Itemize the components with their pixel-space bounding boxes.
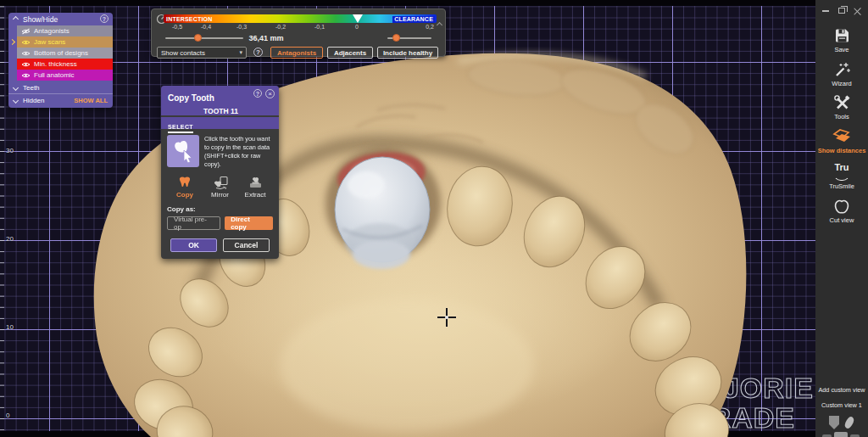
antagonists-toggle-button[interactable]: Antagonists	[270, 47, 323, 59]
adjacents-toggle-button[interactable]: Adjacents	[327, 47, 373, 59]
eye-icon[interactable]	[21, 39, 31, 46]
expand-icon	[13, 85, 19, 91]
application-window: 30 20 10 0 MARJORIE ANDRADE	[0, 0, 868, 437]
copy-as-label: Copy as:	[167, 205, 273, 213]
ok-button[interactable]: OK	[170, 238, 217, 252]
cut-view-icon	[832, 198, 851, 215]
copy-tooth-dialog: Copy Tooth ? × TOOTH 11 SELECT Click the…	[161, 86, 279, 259]
dropdown-value: Show contacts	[161, 49, 205, 57]
layer-min-thickness[interactable]: Min. thickness	[17, 59, 113, 70]
add-custom-view-button[interactable]: Add custom view	[815, 386, 868, 394]
clearance-slider-handle[interactable]	[392, 34, 400, 42]
save-icon	[833, 27, 850, 44]
right-sidebar: Save Wizard Tools	[815, 0, 868, 437]
minimize-icon[interactable]	[822, 10, 829, 12]
mirror-tooth-icon	[213, 176, 228, 189]
distance-value: 36,41 mm	[235, 34, 298, 42]
panel-title: Show/Hide	[23, 15, 58, 24]
help-icon[interactable]: ?	[100, 14, 108, 23]
dialog-tabs: SELECT	[161, 117, 279, 129]
tab-select[interactable]: SELECT	[168, 124, 193, 133]
sidebar-item-label: Show distances	[818, 147, 866, 154]
sidebar-item-label: Cut view	[830, 216, 854, 224]
copy-tooth-icon	[177, 176, 192, 189]
collapse-toolbar-icon[interactable]	[437, 22, 442, 28]
colorbar-marker-icon[interactable]	[353, 14, 363, 23]
sidebar-item-label: Save	[834, 46, 849, 53]
layer-antagonists[interactable]: Antagonists	[17, 25, 113, 36]
sidebar-item-label: Tools	[834, 113, 849, 120]
extract-tooth-icon	[248, 176, 263, 189]
mode-label: Mirror	[211, 191, 229, 199]
chevron-down-icon: ▾	[239, 49, 242, 56]
eye-icon[interactable]	[21, 50, 31, 57]
eye-off-icon[interactable]	[21, 28, 31, 35]
window-controls	[815, 7, 868, 14]
tooth-label: TOOTH 11	[168, 107, 274, 115]
colorbar-tick: -0,4	[201, 24, 211, 30]
eye-icon[interactable]	[21, 61, 31, 68]
include-healthy-toggle-button[interactable]: Include healthy	[377, 47, 438, 59]
group-teeth[interactable]: Teeth	[8, 82, 113, 94]
mode-extract[interactable]: Extract	[241, 176, 270, 199]
sidebar-item-tools[interactable]: Tools	[815, 94, 868, 120]
dialog-instruction: Click the tooth you want to copy in the …	[204, 135, 273, 168]
show-contacts-dropdown[interactable]: Show contacts ▾	[157, 47, 247, 59]
sidebar-item-trusmile[interactable]: Tru TruSmile	[815, 162, 868, 190]
viewport-3d[interactable]: 30 20 10 0 MARJORIE ANDRADE	[0, 0, 815, 437]
colorbar-tick: -0,1	[314, 24, 325, 30]
intersection-slider-handle[interactable]	[194, 34, 202, 42]
restore-icon[interactable]	[838, 8, 845, 14]
colorbar-tick: -0,2	[275, 24, 286, 30]
clearance-label: CLEARANCE	[392, 16, 435, 23]
selected-marker-icon	[9, 39, 15, 45]
eye-icon[interactable]	[21, 72, 31, 79]
dialog-header[interactable]: Copy Tooth ? × TOOTH 11	[161, 86, 279, 115]
group-hidden[interactable]: Hidden SHOW ALL	[8, 94, 113, 106]
layer-label: Jaw scans	[34, 38, 65, 46]
sidebar-item-label: TruSmile	[829, 182, 854, 190]
mode-copy[interactable]: Copy	[170, 176, 199, 199]
colorbar-tick: 0	[355, 24, 359, 30]
trusmile-icon: Tru	[829, 162, 854, 181]
help-icon[interactable]: ?	[253, 48, 263, 57]
crosshair-cursor	[437, 308, 456, 327]
cancel-button[interactable]: Cancel	[223, 238, 270, 252]
help-icon[interactable]: ?	[253, 89, 262, 98]
layer-label: Full anatomic	[34, 71, 75, 79]
layer-label: Min. thickness	[34, 60, 77, 68]
layer-full-anatomic[interactable]: Full anatomic	[17, 70, 113, 81]
mode-label: Extract	[245, 191, 266, 199]
expand-icon	[13, 97, 19, 103]
show-all-button[interactable]: SHOW ALL	[74, 97, 108, 104]
mode-label: Copy	[176, 191, 193, 199]
custom-view-1-button[interactable]: Custom view 1	[815, 401, 868, 409]
wizard-wand-icon	[833, 61, 850, 78]
layer-bottom-of-designs[interactable]: Bottom of designs	[17, 48, 113, 59]
view-orientation-icons[interactable]	[822, 416, 861, 437]
collapse-icon	[13, 16, 19, 22]
layer-jaw-scans[interactable]: Jaw scans	[17, 36, 113, 48]
show-hide-header[interactable]: Show/Hide ?	[8, 13, 113, 25]
close-icon[interactable]	[854, 7, 861, 14]
sidebar-item-cut-view[interactable]: Cut view	[815, 198, 868, 224]
sidebar-item-wizard[interactable]: Wizard	[815, 61, 868, 87]
jaw-model[interactable]	[0, 0, 815, 437]
tools-icon	[833, 94, 850, 111]
sidebar-item-save[interactable]: Save	[815, 27, 868, 53]
group-label: Hidden	[23, 97, 44, 104]
intersection-label: INTERSECTION	[166, 16, 213, 22]
intersection-slider[interactable]	[165, 37, 243, 39]
close-icon[interactable]: ×	[265, 89, 275, 98]
sidebar-item-show-distances[interactable]: Show distances	[815, 126, 868, 154]
layer-label: Antagonists	[34, 27, 70, 35]
pick-tooth-icon	[167, 135, 199, 167]
colorbar-tick: 0,2	[426, 24, 434, 30]
sidebar-item-label: Wizard	[832, 80, 851, 87]
show-distances-icon	[832, 126, 852, 145]
colorbar-tick: -0,5	[172, 24, 182, 30]
direct-copy-option[interactable]: Direct copy	[225, 216, 273, 230]
mode-mirror[interactable]: Mirror	[206, 176, 235, 199]
layer-label: Bottom of designs	[34, 49, 88, 57]
virtual-pre-op-option[interactable]: Virtual pre-op	[167, 216, 220, 230]
